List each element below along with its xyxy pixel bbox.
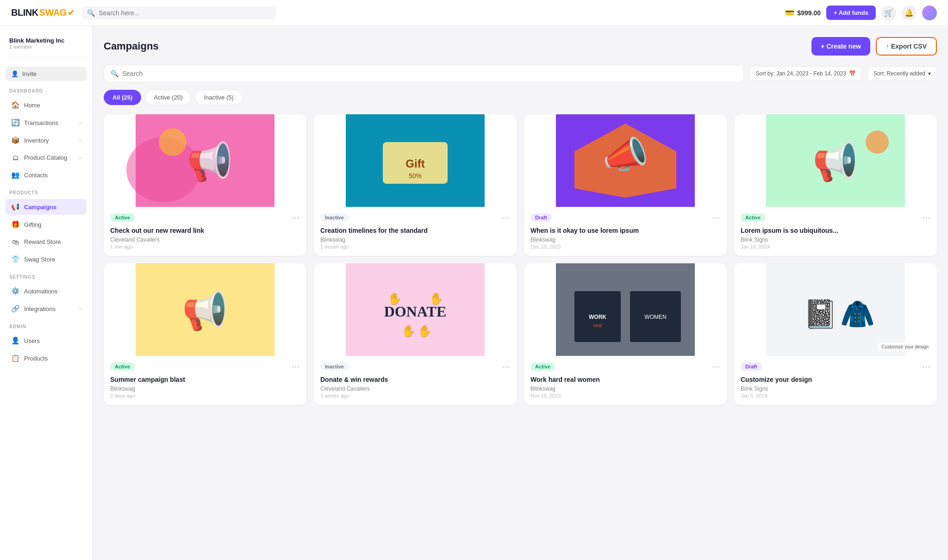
add-funds-button[interactable]: + Add funds: [826, 6, 876, 20]
card-image: 📓🧥 Customize your design: [734, 263, 937, 356]
sidebar-item-contacts[interactable]: 👥 Contacts: [6, 167, 87, 183]
cart-icon[interactable]: 🛒: [881, 6, 896, 20]
global-search-input[interactable]: [99, 9, 270, 17]
user-icon: 👤: [11, 70, 19, 77]
card-image: 📣: [524, 114, 727, 207]
transactions-icon: 🔄: [11, 118, 19, 127]
card-title: When is it okay to use lorem ipsum: [530, 226, 720, 235]
sort-filter[interactable]: Sort: Recently added ▾: [867, 66, 937, 81]
status-badge: Inactive: [320, 362, 349, 371]
svg-text:📢: 📢: [812, 140, 859, 184]
date-filter[interactable]: Sort by: Jan 24, 2023 - Feb 14, 2023 📅: [749, 66, 861, 81]
sidebar-item-label: Automations: [24, 288, 57, 295]
invite-button[interactable]: 👤 Invite: [6, 67, 87, 81]
tab-active[interactable]: Active (20): [145, 90, 191, 105]
search-icon: 🔍: [87, 9, 95, 17]
tab-all[interactable]: All (25): [104, 90, 141, 105]
card-top: Draft ⋯: [741, 361, 930, 372]
tab-inactive[interactable]: Inactive (5): [195, 90, 242, 105]
card-org: Blinkswag: [320, 236, 510, 243]
avatar[interactable]: [922, 6, 937, 20]
sidebar-item-home[interactable]: 🏠 Home: [6, 97, 87, 113]
svg-text:📢: 📢: [187, 140, 233, 184]
more-options-icon[interactable]: ⋯: [502, 361, 510, 372]
campaign-card[interactable]: 📓🧥 Customize your design Draft ⋯ Customi…: [734, 263, 937, 405]
svg-text:WORK: WORK: [589, 314, 606, 320]
status-badge: Draft: [741, 362, 762, 371]
card-org: Cleveland Cavaliers: [320, 386, 510, 392]
users-icon: 👤: [11, 336, 19, 345]
campaign-card[interactable]: 📢 Active ⋯ Summer campaign blast Blinksw…: [104, 263, 306, 405]
home-icon: 🏠: [11, 101, 19, 109]
sidebar-item-reward-store[interactable]: 🛍 Reward Store: [6, 234, 87, 249]
more-options-icon[interactable]: ⋯: [502, 212, 510, 223]
logo: BLINK SWAG ✔: [11, 7, 74, 18]
swag-store-icon: 👕: [11, 255, 19, 263]
sidebar-item-gifting[interactable]: 🎁 Gifting: [6, 217, 87, 232]
campaign-card[interactable]: 📢 Active ⋯ Check out our new reward link…: [104, 114, 306, 256]
campaign-search-input[interactable]: [122, 70, 737, 77]
balance-display: 💳 $999.00: [785, 8, 821, 17]
card-org: Blinkswag: [530, 236, 720, 243]
campaign-card[interactable]: Gift50% Inactive ⋯ Creation timelines fo…: [314, 114, 517, 256]
more-options-icon[interactable]: ⋯: [292, 361, 300, 372]
page-header: Campaigns + Create new ↑ Export CSV: [104, 37, 937, 56]
card-time: 1 month ago: [320, 244, 510, 249]
card-time: 1 min ago: [110, 244, 300, 249]
sidebar-item-transactions[interactable]: 🔄 Transactions ›: [6, 115, 87, 131]
section-products: PRODUCTS: [6, 185, 87, 197]
card-title: Customize your design: [741, 375, 930, 384]
svg-point-3: [159, 128, 187, 156]
svg-text:📢: 📢: [182, 289, 228, 333]
create-new-button[interactable]: + Create new: [811, 37, 870, 56]
card-time: 3 weeks ago: [320, 393, 510, 398]
card-body: Draft ⋯ When is it okay to use lorem ips…: [524, 207, 727, 256]
sidebar-item-products[interactable]: 📋 Products: [6, 350, 87, 366]
more-options-icon[interactable]: ⋯: [712, 212, 720, 223]
sidebar-item-campaigns[interactable]: 📢 Campaigns: [6, 199, 87, 215]
svg-text:✋: ✋: [429, 292, 444, 306]
campaign-card[interactable]: WORKrealWOMEN Active ⋯ Work hard real wo…: [524, 263, 727, 405]
sidebar-item-automations[interactable]: ⚙️ Automations: [6, 283, 87, 299]
sidebar-item-users[interactable]: 👤 Users: [6, 333, 87, 348]
status-badge: Active: [110, 213, 135, 222]
campaign-card[interactable]: DONATE✋✋✋✋ Inactive ⋯ Donate & win rewar…: [314, 263, 517, 405]
campaign-search[interactable]: 🔍: [104, 65, 744, 82]
card-image: 📢: [734, 114, 937, 207]
more-options-icon[interactable]: ⋯: [292, 212, 300, 223]
svg-text:📣: 📣: [602, 133, 649, 177]
logo-text: BLINK: [11, 7, 38, 18]
notifications-icon[interactable]: 🔔: [902, 6, 917, 20]
sidebar-item-label: Home: [24, 102, 40, 109]
sidebar-item-label: Gifting: [24, 221, 42, 228]
sidebar-item-product-catalog[interactable]: 🗂 Product Catalog ›: [6, 150, 87, 165]
status-badge: Active: [530, 362, 555, 371]
card-body: Active ⋯ Work hard real women Blinkswag …: [524, 356, 727, 405]
section-dashboard: DASHBOARD: [6, 83, 87, 95]
sidebar-item-swag-store[interactable]: 👕 Swag Store: [6, 251, 87, 267]
campaign-tabs: All (25) Active (20) Inactive (5): [104, 90, 937, 105]
card-org: Blinkswag: [530, 386, 720, 392]
campaign-card[interactable]: 📢 Active ⋯ Lorem ipsum is so ubiquitous.…: [734, 114, 937, 256]
status-badge: Active: [110, 362, 135, 371]
campaign-card[interactable]: 📣 Draft ⋯ When is it okay to use lorem i…: [524, 114, 727, 256]
sidebar-item-inventory[interactable]: 📦 Inventory ›: [6, 132, 87, 148]
card-top: Active ⋯: [110, 361, 300, 372]
more-options-icon[interactable]: ⋯: [712, 361, 720, 372]
card-top: Inactive ⋯: [320, 212, 510, 223]
sidebar-item-label: Users: [24, 337, 40, 344]
card-image: DONATE✋✋✋✋: [314, 263, 517, 356]
card-image: 📢: [104, 114, 306, 207]
export-csv-button[interactable]: ↑ Export CSV: [876, 37, 937, 56]
status-badge: Active: [741, 213, 765, 222]
contacts-icon: 👥: [11, 171, 19, 179]
sidebar-item-integrations[interactable]: 🔗 Integrations ›: [6, 301, 87, 317]
card-body: Inactive ⋯ Donate & win rewards Clevelan…: [314, 356, 517, 405]
more-options-icon[interactable]: ⋯: [922, 212, 930, 223]
global-search[interactable]: 🔍: [81, 6, 276, 19]
more-options-icon[interactable]: ⋯: [922, 361, 930, 372]
svg-text:Gift: Gift: [405, 157, 424, 170]
sidebar-item-label: Integrations: [24, 305, 56, 312]
section-admin: ADMIN: [6, 318, 87, 331]
sidebar-item-label: Reward Store: [24, 238, 61, 245]
